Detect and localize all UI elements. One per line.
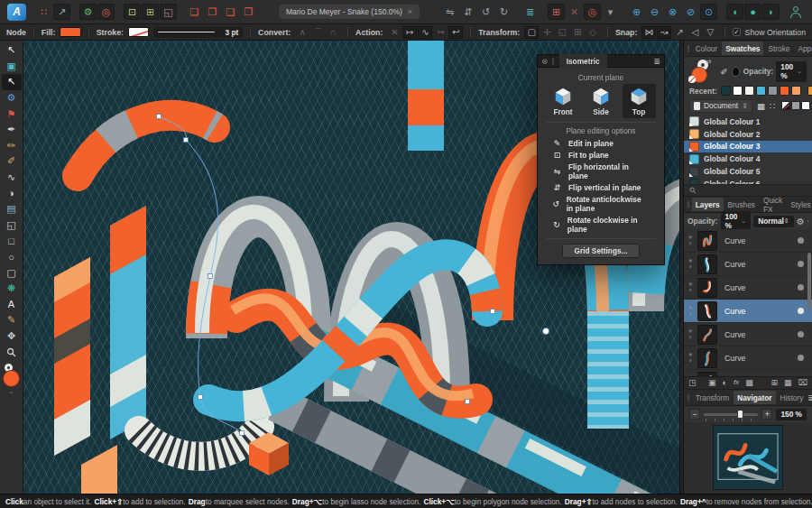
affinity-designer-logo[interactable]: A (7, 4, 26, 21)
opacity-dropdown[interactable]: 100 % ⌄ (776, 61, 807, 82)
view-tool[interactable]: ✥ (2, 328, 22, 345)
transform-skew-icon[interactable]: ◇ (586, 26, 600, 39)
recent-swatch[interactable] (721, 86, 731, 96)
layer-expand-chevron[interactable]: ✳› (686, 328, 695, 341)
show-transform-box-icon[interactable]: ▢ (524, 26, 539, 39)
swatch-grid-view-icon[interactable]: ▦ (757, 101, 765, 111)
none-swatch[interactable] (781, 101, 790, 110)
transform-origin-icon[interactable]: ◱ (555, 26, 569, 39)
node-tool[interactable]: ↖ (2, 74, 22, 90)
tab-studio-navigator[interactable]: Navigator (734, 391, 775, 404)
navigator-thumbnail[interactable] (713, 425, 783, 490)
snap-perpendicular-icon[interactable]: ▽ (703, 26, 717, 39)
edit-all-layers-icon[interactable]: ◳ (688, 379, 697, 387)
layer-expand-chevron[interactable]: ✳› (686, 352, 695, 365)
panel-close-icon[interactable]: ⊗ (541, 57, 548, 66)
recent-swatch[interactable] (807, 86, 812, 96)
snapping-caret-icon[interactable]: ▾ (602, 4, 619, 20)
order-back-icon[interactable]: ◖ (726, 4, 743, 20)
canvas[interactable]: ⊗ ∥ Isometric ≣ Current plane FrontSideT… (23, 41, 679, 494)
layer-row[interactable]: ✳›Curve (684, 323, 812, 346)
layer-expand-chevron[interactable]: ✳› (686, 235, 695, 247)
geometry-subtract-icon[interactable]: ❐ (204, 4, 221, 20)
blend-options-gear-icon[interactable]: ⚙ (797, 217, 805, 226)
reverse-curves-icon[interactable]: ↩ (448, 26, 463, 39)
white-swatch[interactable] (801, 101, 810, 110)
zoom-tool[interactable] (2, 344, 22, 360)
snapping-options-icon[interactable]: ◎ (584, 4, 601, 20)
global-colour-row[interactable]: Global Colour 5 (684, 165, 812, 178)
geometry-divide-icon[interactable]: ❒ (240, 4, 257, 20)
corner-tool[interactable]: ⚙ (2, 90, 22, 106)
order-front-icon[interactable]: ◗ (762, 4, 780, 20)
boolean-xor-icon[interactable]: ⊘ (682, 4, 699, 20)
snap-to-geometry-icon[interactable]: ↗ (672, 26, 687, 39)
panel-menu-icon[interactable]: ≣ (807, 393, 812, 402)
adjustment-layer-icon[interactable]: ◐ (722, 379, 726, 387)
document-tab[interactable]: Mario De Meyer - Snake (150.0%) × (279, 5, 420, 19)
tab-layers-styles[interactable]: Styles (787, 198, 812, 211)
group-layers-icon[interactable]: ▦ (784, 379, 792, 387)
layer-visibility-dot[interactable] (798, 331, 804, 337)
grid-settings-button[interactable]: Grid Settings... (562, 244, 639, 258)
layers-scrollbar[interactable] (807, 253, 811, 309)
plane-button-top[interactable]: Top (623, 84, 656, 118)
swatch-list-view-icon[interactable]: ∷ (770, 101, 775, 111)
iso-option-rotate-anticlockwise-in-plane[interactable]: ↺Rotate anticlockwise in plane (538, 193, 664, 214)
fill-tool[interactable]: ⚑ (2, 106, 22, 122)
layer-row[interactable]: ✳›Curve (684, 370, 812, 376)
snap-off-curve-icon[interactable]: ↝ (657, 26, 671, 39)
snap-bounds-icon[interactable]: ⊡ (124, 4, 141, 20)
layer-visibility-dot[interactable] (798, 284, 804, 291)
point-transform-tool[interactable]: ▣ (2, 59, 22, 75)
rounded-rectangle-tool[interactable]: ▢ (2, 264, 22, 281)
alignment-icon[interactable]: ≣ (521, 4, 539, 20)
shape-tool[interactable]: ❋ (2, 281, 22, 297)
transform-point-icon[interactable]: ✛ (540, 26, 554, 39)
boolean-add-icon[interactable]: ⊕ (628, 4, 645, 20)
layer-row[interactable]: ✳›Curve (684, 346, 812, 370)
pen-tool[interactable]: ✒ (2, 122, 22, 138)
rotate-ccw-icon[interactable]: ↺ (477, 4, 494, 20)
navigator-preview-area[interactable] (684, 422, 812, 494)
panel-grip-icon[interactable]: ∥ (687, 44, 690, 52)
panel-grip-icon[interactable]: ∥ (551, 57, 555, 65)
swatch-search-field[interactable] (684, 184, 812, 196)
ellipse-tool[interactable]: ○ (2, 249, 22, 265)
fill-layer-icon[interactable]: ▣ (708, 379, 716, 387)
plane-button-side[interactable]: Side (585, 84, 618, 118)
layer-effects-icon[interactable]: fx (734, 379, 739, 387)
iso-option-edit-in-plane[interactable]: ✎Edit in plane (538, 137, 664, 149)
picked-colour-dot[interactable] (732, 67, 740, 77)
new-layer-icon[interactable]: ⊞ (771, 379, 779, 387)
stroke-swatch[interactable] (128, 27, 149, 37)
rotate-cw-icon[interactable]: ↻ (495, 4, 512, 20)
eyedropper-icon[interactable]: ✐ (721, 67, 728, 77)
show-orientation-checkbox[interactable]: ✓ (733, 28, 740, 36)
mask-layer-icon[interactable]: ▩ (745, 379, 753, 387)
layer-visibility-dot[interactable] (798, 308, 804, 314)
layer-expand-chevron[interactable]: ✳› (686, 258, 695, 271)
layer-visibility-dot[interactable] (798, 237, 804, 244)
tab-swatches-appearance[interactable]: Appearance (794, 42, 812, 55)
colour-selector-well[interactable] (2, 364, 22, 387)
fill-colour-circle[interactable] (3, 370, 20, 387)
smooth-curve-icon[interactable]: ∿ (418, 26, 432, 39)
artistic-text-tool[interactable]: A (2, 297, 22, 313)
zoom-value-well[interactable]: 150 % (776, 409, 807, 420)
recent-swatch[interactable] (768, 86, 778, 96)
layer-row[interactable]: ✳›Curve (684, 253, 812, 276)
snap-to-node-icon[interactable]: ⋈ (641, 26, 656, 39)
close-curve-icon[interactable]: ↦ (402, 26, 417, 39)
palette-select[interactable]: Document ⇕ (689, 99, 752, 113)
flip-horizontal-icon[interactable]: ⇋ (441, 4, 458, 20)
layer-expand-chevron[interactable]: ✳› (686, 282, 695, 294)
tab-studio-transform[interactable]: Transform (692, 391, 734, 404)
global-colour-row[interactable]: Global Colour 4 (684, 152, 812, 165)
plane-button-front[interactable]: Front (547, 84, 580, 118)
place-image-tool[interactable]: ▤ (2, 201, 22, 217)
stroke-width-slider[interactable]: 3 pt (153, 27, 243, 38)
transparency-tool[interactable]: ◑ (2, 185, 22, 201)
recent-swatch[interactable] (733, 86, 743, 96)
layer-expand-chevron[interactable]: ✳› (686, 305, 695, 318)
